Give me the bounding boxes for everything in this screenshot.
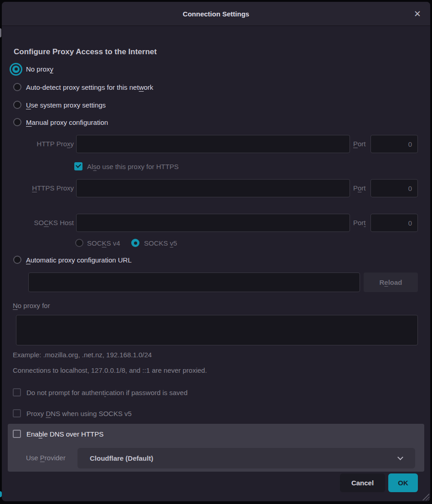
reload-button[interactable]: Reload — [364, 273, 418, 292]
http-proxy-input[interactable] — [76, 135, 350, 153]
localhost-note-text: Connections to localhost, 127.0.0.1/8, a… — [13, 366, 207, 374]
checkbox-label: Also use this proxy for HTTPS — [87, 163, 179, 170]
radio-socks-v5[interactable] — [131, 239, 139, 247]
page-title: Configure Proxy Access to the Internet — [14, 47, 157, 57]
no-prompt-checkbox[interactable] — [13, 388, 21, 396]
radio-label: Automatic proxy configuration URL — [26, 256, 132, 264]
radio-auto-url[interactable] — [13, 256, 21, 264]
no-proxy-for-textarea[interactable] — [16, 315, 418, 345]
checkbox-label: Do not prompt for authentication if pass… — [26, 389, 188, 396]
radio-option-auto-url[interactable]: Automatic proxy configuration URL — [13, 256, 132, 264]
enable-doh-checkbox[interactable] — [13, 430, 21, 438]
no-proxy-example-text: Example: .mozilla.org, .net.nz, 192.168.… — [13, 351, 152, 359]
checkbox-label: Enable DNS over HTTPS — [26, 430, 103, 438]
titlebar: Connection Settings ✕ — [2, 2, 430, 26]
radio-manual[interactable] — [13, 118, 21, 126]
radio-label: SOCKS v4 — [87, 239, 120, 247]
radio-option-no-proxy[interactable]: No proxy — [12, 65, 53, 73]
radio-option-use-system[interactable]: Use system proxy settings — [13, 101, 106, 109]
cancel-button[interactable]: Cancel — [340, 473, 385, 492]
radio-label: Auto-detect proxy settings for this netw… — [26, 83, 153, 91]
provider-dropdown[interactable]: Cloudflare (Default) — [77, 448, 415, 468]
backdrop-artifact — [0, 28, 1, 37]
dialog-title: Connection Settings — [2, 2, 430, 26]
ok-button[interactable]: OK — [388, 473, 418, 492]
auto-url-input[interactable] — [28, 273, 360, 292]
radio-socks-v4[interactable] — [75, 239, 83, 247]
also-https-checkbox[interactable] — [74, 162, 82, 170]
radio-label: Use system proxy settings — [26, 101, 106, 109]
resize-grip[interactable] — [422, 493, 429, 500]
close-icon[interactable]: ✕ — [410, 7, 425, 21]
radio-label: SOCKS v5 — [144, 239, 177, 247]
no-prompt-option[interactable]: Do not prompt for authentication if pass… — [13, 388, 188, 396]
https-port-input[interactable] — [370, 179, 418, 197]
https-port-label: Port — [353, 179, 366, 197]
use-provider-label: Use Provider — [26, 454, 66, 462]
radio-label: Manual proxy configuration — [26, 118, 108, 126]
doh-panel: Enable DNS over HTTPS Use Provider Cloud… — [8, 424, 424, 472]
radio-option-socks-v5[interactable]: SOCKS v5 — [131, 239, 177, 247]
https-proxy-label: HTTPS Proxy — [14, 179, 74, 197]
proxy-dns-checkbox[interactable] — [13, 409, 21, 417]
http-port-input[interactable] — [370, 135, 418, 153]
radio-label: No proxy — [26, 65, 53, 73]
radio-option-manual[interactable]: Manual proxy configuration — [13, 118, 108, 126]
radio-no-proxy[interactable] — [12, 66, 20, 73]
proxy-dns-option[interactable]: Proxy DNS when using SOCKS v5 — [13, 409, 132, 417]
provider-dropdown-value: Cloudflare (Default) — [77, 448, 415, 468]
radio-option-socks-v4[interactable]: SOCKS v4 — [75, 239, 120, 247]
https-proxy-input[interactable] — [76, 179, 350, 197]
socks-port-label: Port — [353, 214, 366, 232]
socks-host-input[interactable] — [76, 214, 350, 232]
radio-use-system[interactable] — [13, 101, 21, 109]
http-port-label: Port — [353, 135, 366, 153]
connection-settings-dialog: Connection Settings ✕ Configure Proxy Ac… — [2, 2, 430, 501]
also-https-option[interactable]: Also use this proxy for HTTPS — [74, 162, 179, 170]
radio-option-auto-detect[interactable]: Auto-detect proxy settings for this netw… — [13, 83, 153, 91]
socks-port-input[interactable] — [370, 214, 418, 232]
enable-doh-option[interactable]: Enable DNS over HTTPS — [13, 430, 103, 438]
radio-auto-detect[interactable] — [13, 83, 21, 91]
checkbox-label: Proxy DNS when using SOCKS v5 — [26, 410, 132, 417]
no-proxy-for-label: No proxy for — [13, 302, 50, 309]
socks-host-label: SOCKS Host — [14, 214, 74, 232]
http-proxy-label: HTTP Proxy — [14, 135, 74, 153]
